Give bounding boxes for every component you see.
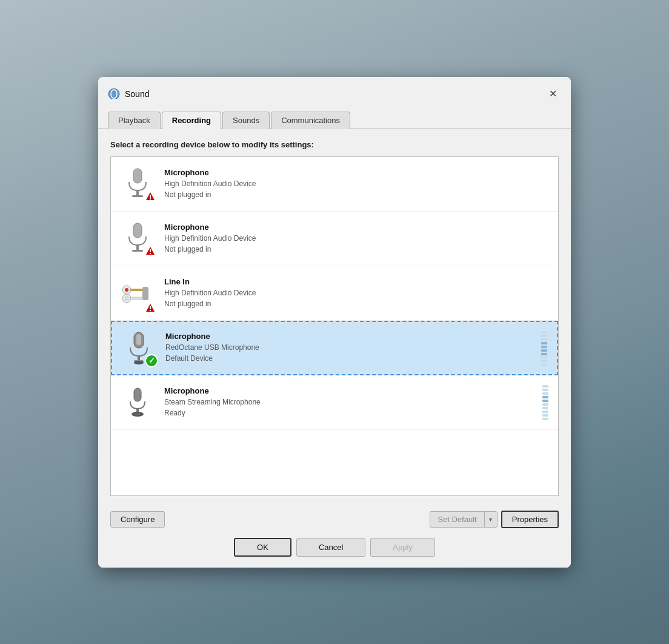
- level-bar: [541, 338, 547, 341]
- device-item[interactable]: Line In High Definition Audio Device Not…: [111, 266, 558, 321]
- device-item[interactable]: Microphone High Definition Audio Device …: [111, 212, 558, 266]
- tab-content: Select a recording device below to modif…: [98, 129, 571, 505]
- device-name: Microphone: [164, 386, 533, 395]
- level-bar: [541, 353, 547, 355]
- instruction-text: Select a recording device below to modif…: [110, 140, 559, 149]
- device-sub1: High Definition Audio Device: [164, 178, 551, 189]
- device-sub2: Ready: [164, 408, 533, 418]
- configure-button[interactable]: Configure: [110, 511, 165, 528]
- properties-button[interactable]: Properties: [501, 511, 559, 528]
- svg-rect-15: [150, 253, 151, 254]
- cancel-button[interactable]: Cancel: [296, 538, 365, 557]
- device-item[interactable]: Microphone Steam Streaming Microphone Re…: [111, 375, 558, 430]
- status-badge-disabled: [144, 301, 157, 315]
- device-info: Microphone RedOctane USB Microphone Defa…: [165, 332, 531, 364]
- set-default-button[interactable]: Set Default: [430, 511, 484, 528]
- svg-rect-18: [130, 289, 144, 291]
- ok-button[interactable]: OK: [234, 538, 291, 557]
- status-badge-default: ✓: [145, 354, 158, 367]
- devices-list[interactable]: Microphone High Definition Audio Device …: [110, 156, 559, 496]
- level-bar: [542, 418, 548, 420]
- level-bar: [541, 349, 547, 352]
- set-default-wrap: Set Default ▾: [430, 511, 497, 528]
- tabs-bar: Playback Recording Sounds Communications: [98, 105, 571, 129]
- tab-playback[interactable]: Playback: [108, 112, 161, 129]
- svg-rect-21: [130, 297, 144, 300]
- svg-rect-31: [134, 388, 141, 401]
- dialog-title: Sound: [125, 89, 149, 99]
- apply-button[interactable]: Apply: [370, 538, 435, 557]
- level-bars: [540, 384, 551, 420]
- sound-icon: [108, 88, 120, 100]
- svg-rect-12: [132, 250, 143, 252]
- close-button[interactable]: ✕: [544, 86, 561, 102]
- device-icon-wrap: [118, 383, 157, 421]
- device-sub2: Default Device: [165, 353, 531, 364]
- device-icon-wrap: [118, 164, 157, 203]
- svg-point-17: [125, 288, 128, 292]
- device-icon-wrap: [118, 273, 157, 312]
- sound-dialog: Sound ✕ Playback Recording Sounds Commun…: [98, 77, 571, 568]
- level-bar: [541, 331, 547, 334]
- device-sub1: High Definition Audio Device: [164, 233, 551, 244]
- level-bar: [541, 364, 547, 366]
- svg-rect-4: [133, 169, 142, 183]
- device-info: Microphone High Definition Audio Device …: [164, 168, 551, 200]
- bottom-buttons: Configure Set Default ▾ Properties: [98, 505, 571, 534]
- device-info: Microphone Steam Streaming Microphone Re…: [164, 386, 533, 418]
- device-name: Microphone: [164, 223, 551, 232]
- device-name: Line In: [164, 277, 551, 286]
- device-info: Line In High Definition Audio Device Not…: [164, 277, 551, 309]
- level-bar: [542, 414, 548, 417]
- svg-rect-6: [132, 195, 143, 197]
- level-bar: [542, 385, 548, 387]
- svg-rect-11: [136, 245, 139, 250]
- level-bar: [542, 411, 548, 413]
- title-left: Sound: [108, 88, 149, 100]
- level-bar: [542, 392, 548, 395]
- tab-sounds[interactable]: Sounds: [222, 112, 270, 129]
- svg-point-20: [125, 297, 128, 300]
- tab-communications[interactable]: Communications: [271, 112, 350, 129]
- device-sub2: Not plugged in: [164, 298, 551, 309]
- device-info: Microphone High Definition Audio Device …: [164, 223, 551, 255]
- svg-rect-27: [136, 334, 141, 345]
- set-default-dropdown[interactable]: ▾: [484, 511, 498, 528]
- mic-small-icon: [124, 386, 151, 418]
- svg-rect-10: [133, 223, 142, 238]
- level-bar: [541, 357, 547, 359]
- svg-rect-5: [136, 190, 139, 195]
- level-bar: [542, 400, 548, 402]
- level-bar: [541, 342, 547, 344]
- svg-rect-8: [150, 195, 151, 198]
- svg-point-30: [134, 361, 144, 364]
- device-sub1: Steam Streaming Microphone: [164, 397, 533, 408]
- status-badge-disabled: [144, 190, 157, 203]
- level-bar: [542, 396, 548, 398]
- level-bar: [542, 403, 548, 406]
- device-icon-wrap: [118, 219, 157, 258]
- footer-buttons: OK Cancel Apply: [98, 534, 571, 568]
- device-item[interactable]: Microphone High Definition Audio Device …: [111, 157, 558, 212]
- tab-recording[interactable]: Recording: [162, 112, 221, 129]
- svg-rect-22: [142, 287, 148, 300]
- device-sub1: High Definition Audio Device: [164, 287, 551, 298]
- svg-rect-14: [150, 249, 151, 252]
- level-bar: [541, 346, 547, 348]
- level-bars: [539, 330, 550, 366]
- level-bar: [541, 360, 547, 363]
- status-badge-disabled: [144, 244, 157, 258]
- device-sub2: Not plugged in: [164, 189, 551, 200]
- level-bar: [541, 335, 547, 337]
- device-name: Microphone: [165, 332, 531, 341]
- device-item-selected[interactable]: ✓ Microphone RedOctane USB Microphone De…: [111, 321, 558, 375]
- svg-rect-24: [150, 306, 151, 309]
- bottom-right-buttons: Set Default ▾ Properties: [430, 511, 559, 528]
- device-sub1: RedOctane USB Microphone: [165, 342, 531, 353]
- title-bar: Sound ✕: [98, 77, 571, 102]
- svg-rect-25: [150, 310, 151, 311]
- level-bar: [542, 389, 548, 391]
- device-sub2: Not plugged in: [164, 244, 551, 255]
- device-icon-wrap: ✓: [119, 329, 158, 367]
- device-name: Microphone: [164, 168, 551, 177]
